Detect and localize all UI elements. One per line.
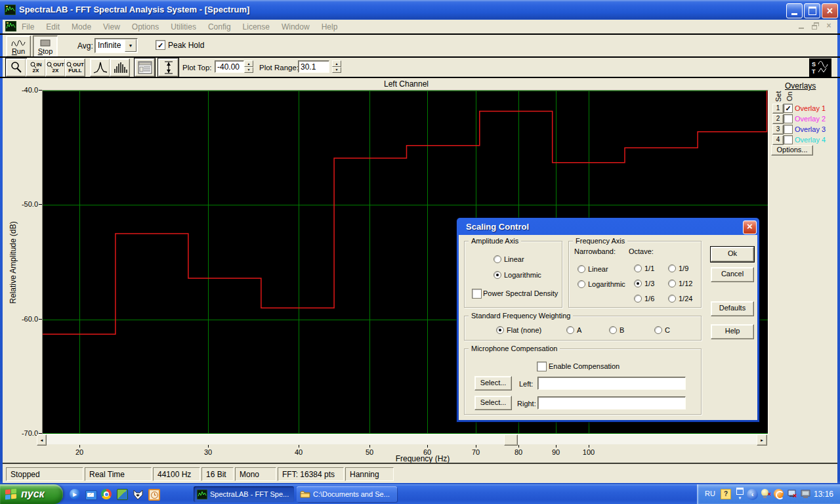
peak-display-button[interactable]: [90, 58, 110, 77]
mdi-restore-button[interactable]: [811, 22, 820, 30]
fox-icon[interactable]: [133, 489, 144, 500]
taskbar-task-2[interactable]: C:\Documents and Se...: [297, 486, 397, 502]
document-icon[interactable]: [5, 21, 16, 32]
horizontal-scrollbar[interactable]: ◄ ►: [37, 434, 767, 444]
close-button[interactable]: ×: [822, 3, 838, 18]
overlay-on-checkbox-4[interactable]: [784, 135, 793, 144]
avg-dropdown[interactable]: Infinite ▼: [94, 38, 138, 53]
spin-down-icon[interactable]: ▼: [332, 67, 341, 74]
overlay-options-button[interactable]: Options...: [771, 145, 813, 156]
radio-weighting-c[interactable]: [654, 326, 662, 334]
radio-weighting-flat-none-[interactable]: [496, 326, 504, 334]
display-tray-icon[interactable]: [801, 489, 812, 501]
dialog-body: Amplitude Axis Frequency Axis Narrowband…: [459, 235, 757, 420]
overlay-set-button-2[interactable]: 2: [772, 114, 784, 124]
radio-narrowband-logarithmic[interactable]: [578, 280, 585, 288]
photo-tool-icon[interactable]: [117, 489, 128, 500]
zoom-out-full-button[interactable]: OUT FULL: [65, 58, 85, 77]
radio-narrowband-linear[interactable]: [578, 265, 585, 273]
stop-button[interactable]: Stop: [33, 35, 58, 57]
psd-checkbox[interactable]: [472, 289, 482, 299]
start-button[interactable]: пуск: [0, 484, 63, 504]
radio-octave-1-1[interactable]: [634, 264, 642, 272]
menu-config[interactable]: Config: [202, 22, 237, 32]
overlay-set-button-4[interactable]: 4: [772, 135, 784, 145]
language-indicator[interactable]: RU: [705, 490, 715, 497]
status-real-time: Real Time: [85, 467, 152, 481]
zoom-in-2x-button[interactable]: IN 2X: [26, 58, 46, 77]
clock-app-icon[interactable]: [148, 489, 159, 500]
menu-window[interactable]: Window: [276, 22, 316, 32]
plot-range-spinner[interactable]: ▲▼: [332, 60, 341, 73]
maximize-button[interactable]: [804, 3, 820, 18]
radio-octave-1-12[interactable]: [668, 280, 676, 287]
radio-weighting-b[interactable]: [609, 326, 617, 334]
hide-icons-chevron[interactable]: ‹: [747, 489, 758, 500]
bulb-tray-icon[interactable]: ×: [761, 489, 768, 496]
right-compensation-field[interactable]: [537, 396, 686, 410]
scrollbar-thumb[interactable]: [504, 434, 518, 446]
dialog-close-button[interactable]: ×: [743, 220, 757, 234]
select-right-button[interactable]: Select...: [474, 396, 512, 410]
taskbar-task-1[interactable]: SpectraLAB - FFT Spe...: [194, 486, 294, 502]
ok-button[interactable]: Ok: [711, 247, 754, 262]
network-disabled-icon[interactable]: ×: [788, 489, 799, 501]
menu-help[interactable]: Help: [316, 22, 344, 32]
menu-options[interactable]: Options: [126, 22, 165, 32]
radio-weighting-a[interactable]: [566, 326, 574, 334]
menu-view[interactable]: View: [97, 22, 126, 32]
menu-mode[interactable]: Mode: [66, 22, 97, 32]
overlay-set-button-1[interactable]: 1: [772, 104, 784, 114]
radio-amplitude-logarithmic[interactable]: [494, 271, 501, 279]
menu-license[interactable]: License: [237, 22, 276, 32]
spin-down-icon[interactable]: ▼: [244, 67, 253, 74]
x-tick-label: 20: [66, 448, 93, 456]
left-compensation-field[interactable]: [537, 377, 686, 390]
overlay-on-checkbox-3[interactable]: [784, 125, 793, 134]
select-left-button[interactable]: Select...: [474, 376, 512, 390]
plot-range-field[interactable]: 30.1: [298, 60, 329, 73]
task-label: C:\Documents and Se...: [313, 490, 390, 498]
radio-octave-1-6[interactable]: [634, 295, 642, 303]
window-tray-icon[interactable]: ▼: [736, 488, 744, 500]
menu-edit[interactable]: Edit: [40, 22, 66, 32]
menu-file[interactable]: File: [16, 22, 40, 32]
spin-up-icon[interactable]: ▲: [244, 60, 253, 67]
radio-amplitude-linear[interactable]: [494, 255, 501, 263]
chrome-icon[interactable]: [101, 489, 112, 500]
help-button[interactable]: Help: [711, 324, 754, 339]
scroll-right-button[interactable]: ►: [757, 434, 767, 446]
dropdown-arrow-icon[interactable]: ▼: [125, 39, 136, 52]
plot-top-field[interactable]: -40.00: [215, 60, 244, 73]
notes-button[interactable]: [135, 58, 155, 77]
enable-compensation-checkbox[interactable]: [537, 362, 547, 371]
scroll-left-button[interactable]: ◄: [37, 434, 47, 446]
clock[interactable]: 13:16: [814, 490, 833, 499]
defaults-button[interactable]: Defaults: [711, 301, 754, 316]
cancel-button[interactable]: Cancel: [711, 267, 754, 282]
radio-octave-1-9[interactable]: [668, 264, 676, 272]
help-note-icon[interactable]: ?: [721, 489, 731, 499]
mdi-minimize-button[interactable]: [798, 22, 807, 30]
zoom-out-2x-button[interactable]: OUT 2X: [45, 58, 66, 77]
radio-octave-1-3[interactable]: [634, 280, 642, 287]
overlay-set-button-3[interactable]: 3: [772, 125, 784, 135]
menu-utilities[interactable]: Utilities: [165, 22, 202, 32]
radio-octave-1-24[interactable]: [668, 295, 676, 303]
mail-icon[interactable]: [85, 489, 96, 500]
overlay-on-checkbox-1[interactable]: ✓: [784, 104, 793, 113]
overlay-on-checkbox-2[interactable]: [784, 114, 793, 123]
minimize-button[interactable]: [786, 3, 803, 18]
zoom-tool-button[interactable]: [6, 58, 26, 77]
signal-generator-button[interactable]: ST: [809, 58, 831, 77]
amplitude-range-button[interactable]: [158, 58, 178, 77]
run-button[interactable]: Run: [6, 35, 31, 57]
media-player-icon[interactable]: ▶: [70, 489, 81, 500]
plot-top-spinner[interactable]: ▲▼: [244, 60, 253, 73]
mdi-close-button[interactable]: ×: [824, 22, 833, 30]
orange-app-tray-icon[interactable]: [774, 489, 784, 499]
spin-up-icon[interactable]: ▲: [332, 60, 341, 67]
peak-hold-checkbox[interactable]: ✓: [156, 40, 165, 50]
x-tick-mark: [299, 445, 299, 448]
bar-display-button[interactable]: [110, 58, 130, 77]
